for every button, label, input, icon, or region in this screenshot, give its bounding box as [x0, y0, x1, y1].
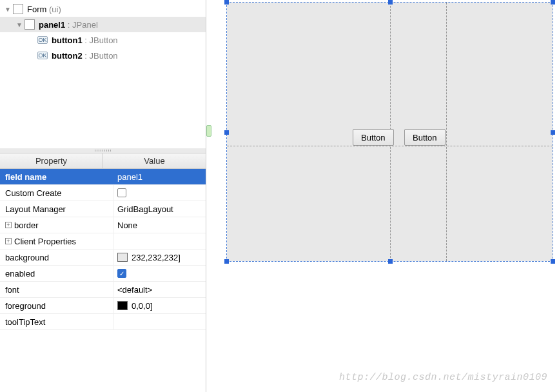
resize-handle-icon[interactable] [224, 0, 229, 5]
expand-arrow-icon[interactable]: ▼ [4, 6, 12, 13]
resize-handle-icon[interactable] [551, 130, 555, 135]
tree-label: button1 [52, 35, 83, 45]
prop-name: +Client Properties [0, 233, 113, 249]
prop-row-background[interactable]: background 232,232,232] [0, 250, 206, 266]
prop-row-border[interactable]: +border None [0, 217, 206, 233]
color-swatch-icon[interactable] [117, 253, 128, 262]
prop-name: Layout Manager [0, 201, 113, 217]
header-value: Value [103, 153, 206, 168]
tree-label: Form [27, 5, 46, 14]
horizontal-splitter[interactable] [0, 148, 206, 153]
design-area: Button Button http://blog.csdn.net/misty… [206, 0, 559, 392]
prop-row-font[interactable]: font <default> [0, 282, 206, 298]
prop-row-custom-create[interactable]: Custom Create [0, 185, 206, 201]
tree-type: : JButton [84, 51, 117, 61]
prop-value[interactable]: panel1 [113, 172, 206, 182]
expand-icon[interactable]: + [5, 222, 12, 228]
prop-row-client-properties[interactable]: +Client Properties [0, 233, 206, 250]
component-tree[interactable]: ▼ Form (ui) ▼ panel1 : JPanel OK button1… [0, 0, 206, 148]
prop-name: +border [0, 217, 113, 233]
button-icon: OK [37, 52, 48, 59]
prop-value[interactable]: None [113, 220, 206, 230]
left-panel: ▼ Form (ui) ▼ panel1 : JPanel OK button1… [0, 0, 206, 392]
prop-name: font [0, 282, 113, 297]
prop-name: background [0, 250, 113, 265]
expand-arrow-icon[interactable]: ▼ [15, 21, 23, 28]
tree-label: panel1 [39, 20, 65, 30]
prop-row-tooltiptext[interactable]: toolTipText [0, 314, 206, 330]
expand-icon[interactable]: + [5, 238, 12, 244]
color-swatch-icon[interactable] [117, 301, 128, 310]
watermark: http://blog.csdn.net/mistyrain0109 [339, 372, 547, 383]
form-icon [13, 4, 23, 14]
gridline-icon [227, 146, 553, 146]
tree-node-button1[interactable]: OK button1 : JButton [0, 32, 206, 48]
tree-type: : JPanel [68, 20, 98, 30]
tree-node-form[interactable]: ▼ Form (ui) [0, 1, 206, 17]
prop-value: 0,0,0] [132, 301, 153, 311]
prop-name: Custom Create [0, 185, 113, 201]
property-table[interactable]: field name panel1 Custom Create Layout M… [0, 169, 206, 392]
tree-type: : JButton [84, 35, 117, 45]
design-button2[interactable]: Button [404, 129, 446, 146]
design-button1[interactable]: Button [353, 129, 394, 146]
resize-handle-icon[interactable] [224, 130, 229, 135]
vertical-splitter[interactable] [206, 125, 211, 137]
prop-value: 232,232,232] [132, 253, 181, 262]
prop-name: enabled [0, 266, 113, 281]
prop-name: foreground [0, 298, 113, 313]
header-property: Property [0, 153, 103, 168]
resize-handle-icon[interactable] [224, 259, 229, 264]
button-icon: OK [37, 36, 48, 44]
tree-label: button2 [52, 51, 83, 61]
prop-value[interactable]: GridBagLayout [113, 204, 206, 214]
tree-type: (ui) [49, 5, 61, 14]
prop-row-enabled[interactable]: enabled ✓ [0, 266, 206, 282]
prop-row-foreground[interactable]: foreground 0,0,0] [0, 298, 206, 314]
property-header: Property Value [0, 153, 206, 169]
prop-name: toolTipText [0, 314, 113, 329]
resize-handle-icon[interactable] [551, 0, 555, 5]
prop-row-field-name[interactable]: field name panel1 [0, 169, 206, 185]
tree-node-panel1[interactable]: ▼ panel1 : JPanel [0, 17, 206, 32]
design-canvas[interactable]: Button Button [227, 3, 553, 261]
prop-row-layout-manager[interactable]: Layout Manager GridBagLayout [0, 201, 206, 217]
tree-node-button2[interactable]: OK button2 : JButton [0, 48, 206, 63]
prop-value[interactable]: <default> [113, 285, 206, 295]
resize-handle-icon[interactable] [388, 259, 393, 264]
checkbox-checked-icon[interactable]: ✓ [117, 269, 126, 278]
checkbox-unchecked-icon[interactable] [117, 188, 126, 197]
resize-handle-icon[interactable] [388, 0, 393, 5]
gridline-icon [446, 3, 447, 261]
panel-icon [25, 19, 35, 30]
resize-handle-icon[interactable] [551, 259, 555, 264]
prop-name: field name [0, 169, 113, 184]
